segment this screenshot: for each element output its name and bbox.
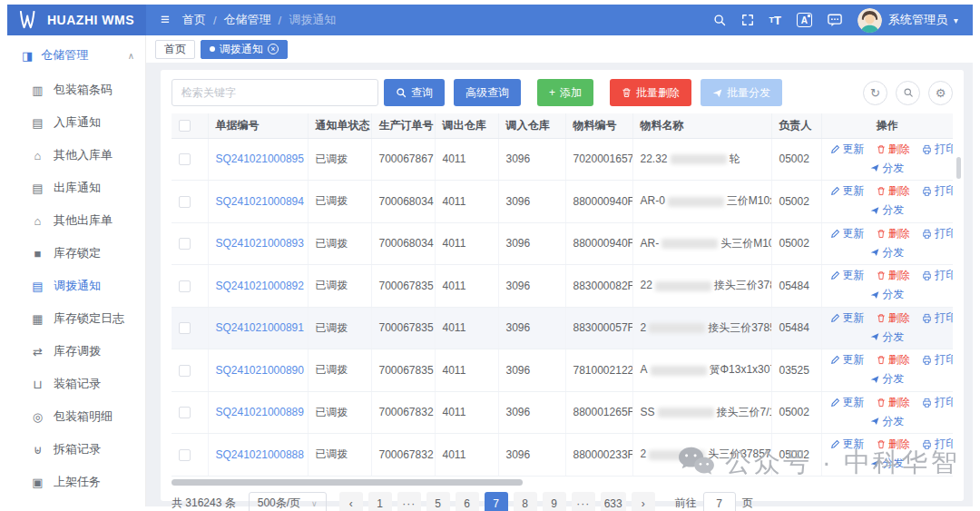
dispatch-link[interactable]: 分发	[870, 160, 904, 177]
delete-link[interactable]: 删除	[877, 141, 910, 158]
sidebar-item-icon: ⌂	[31, 149, 44, 162]
page-button[interactable]: 9	[543, 492, 566, 511]
prev-page-button[interactable]: ‹	[339, 492, 363, 511]
update-link[interactable]: 更新	[830, 225, 865, 242]
print-link[interactable]: 打印	[922, 310, 953, 327]
sidebar-collapse-icon[interactable]: ≡	[161, 11, 170, 29]
page-button[interactable]: ···	[397, 492, 421, 511]
page-button[interactable]: ···	[572, 492, 595, 511]
update-link[interactable]: 更新	[830, 267, 865, 284]
breadcrumb-item-home[interactable]: 首页	[182, 12, 206, 28]
batch-delete-button[interactable]: 批量删除	[610, 79, 691, 106]
batch-dispatch-button[interactable]: 批量分发	[701, 79, 782, 106]
page-button[interactable]: 6	[456, 492, 479, 511]
dispatch-link[interactable]: 分发	[870, 201, 904, 219]
doc-no-link[interactable]: SQ241021000889	[216, 406, 304, 418]
sidebar-item-icon: ▣	[31, 476, 44, 489]
dispatch-link[interactable]: 分发	[870, 244, 904, 261]
delete-link[interactable]: 删除	[877, 182, 910, 200]
search-icon[interactable]	[713, 14, 726, 26]
doc-no-link[interactable]: SQ241021000890	[216, 364, 304, 377]
select-all-checkbox[interactable]	[179, 120, 191, 132]
update-link[interactable]: 更新	[830, 351, 865, 369]
advanced-query-button[interactable]: 高级查询	[454, 79, 521, 106]
sidebar-item[interactable]: ▤ 出库通知	[7, 172, 145, 204]
row-checkbox[interactable]	[179, 322, 191, 334]
delete-link[interactable]: 删除	[877, 225, 910, 242]
doc-no-link[interactable]: SQ241021000888	[216, 448, 304, 461]
delete-link[interactable]: 删除	[877, 267, 910, 284]
sidebar-item[interactable]: ▣ 上架任务	[7, 466, 145, 498]
sidebar-item[interactable]: ⊔ 装箱记录	[7, 368, 145, 400]
delete-link[interactable]: 删除	[877, 310, 910, 327]
user-menu[interactable]: 系统管理员 ▾	[858, 8, 958, 33]
dispatch-link[interactable]: 分发	[870, 370, 904, 388]
doc-no-link[interactable]: SQ241021000892	[216, 280, 304, 292]
translate-icon[interactable]: A	[797, 13, 812, 27]
row-checkbox[interactable]	[179, 196, 191, 208]
column-search-button[interactable]	[896, 81, 920, 105]
vertical-scrollbar-thumb[interactable]	[956, 157, 961, 179]
font-size-icon[interactable]: TT	[769, 15, 781, 26]
search-input[interactable]	[172, 79, 378, 106]
sidebar-item[interactable]: ▥ 包装箱条码	[7, 74, 145, 106]
row-checkbox[interactable]	[179, 280, 191, 292]
tab-home[interactable]: 首页	[155, 40, 195, 59]
message-icon[interactable]	[828, 14, 842, 27]
update-link[interactable]: 更新	[830, 141, 865, 158]
sidebar-item[interactable]: ⊞ 上架单	[7, 498, 145, 506]
sidebar-item[interactable]: ▤ 调拨通知	[7, 270, 145, 302]
print-link[interactable]: 打印	[922, 351, 953, 369]
row-checkbox[interactable]	[179, 153, 191, 165]
sidebar-item[interactable]: ⊎ 拆箱记录	[7, 433, 145, 466]
tab-close-icon[interactable]	[268, 44, 279, 54]
update-link[interactable]: 更新	[830, 394, 865, 411]
row-checkbox[interactable]	[179, 238, 191, 250]
doc-no-link[interactable]: SQ241021000895	[216, 152, 304, 165]
row-checkbox[interactable]	[179, 407, 191, 418]
refresh-button[interactable]: ↻	[863, 81, 887, 105]
print-link[interactable]: 打印	[922, 141, 953, 158]
doc-no-link[interactable]: SQ241021000891	[216, 321, 304, 334]
tab-transfer-notice[interactable]: 调拨通知	[201, 40, 288, 59]
row-checkbox[interactable]	[179, 449, 191, 461]
print-link[interactable]: 打印	[922, 182, 953, 200]
dispatch-link[interactable]: 分发	[870, 329, 904, 346]
page-button[interactable]: 633	[601, 492, 626, 511]
page-button[interactable]: 1	[368, 492, 392, 511]
page-button[interactable]: 8	[514, 492, 537, 511]
dispatch-link[interactable]: 分发	[870, 413, 904, 430]
page-button[interactable]: 7	[485, 492, 508, 511]
horizontal-scrollbar-thumb[interactable]	[172, 479, 523, 486]
delete-link[interactable]: 删除	[877, 394, 910, 411]
page-size-select[interactable]: 500条/页 ∨	[249, 492, 327, 511]
app-logo[interactable]: HUAZHI WMS	[7, 5, 146, 35]
print-link[interactable]: 打印	[922, 225, 953, 242]
dispatch-link[interactable]: 分发	[870, 286, 904, 303]
doc-no-link[interactable]: SQ241021000893	[216, 237, 304, 250]
sidebar-item[interactable]: ⇄ 库存调拨	[7, 335, 145, 368]
goto-input[interactable]	[703, 492, 736, 511]
sidebar-item[interactable]: ◎ 包装箱明细	[7, 400, 145, 433]
sidebar-section-warehouse[interactable]: ◨ 仓储管理 ∧	[7, 35, 145, 74]
breadcrumb-item-section[interactable]: 仓储管理	[224, 12, 271, 28]
settings-button[interactable]: ⚙	[928, 81, 953, 105]
delete-link[interactable]: 删除	[877, 351, 910, 369]
print-link[interactable]: 打印	[922, 267, 953, 284]
page-button[interactable]: 5	[426, 492, 450, 511]
sidebar-item[interactable]: ⌂ 其他出库单	[7, 204, 145, 237]
doc-no-link[interactable]: SQ241021000894	[216, 195, 304, 208]
update-link[interactable]: 更新	[830, 310, 865, 327]
add-button[interactable]: + 添加	[537, 79, 593, 106]
sidebar-item[interactable]: ⌂ 其他入库单	[7, 139, 145, 172]
query-button[interactable]: 查询	[384, 79, 445, 106]
sidebar-item[interactable]: ■ 库存锁定	[7, 237, 145, 270]
sidebar-item-icon: ⊔	[31, 378, 44, 391]
sidebar-item[interactable]: ▦ 库存锁定日志	[7, 302, 145, 335]
print-link[interactable]: 打印	[922, 394, 953, 411]
sidebar-item[interactable]: ▤ 入库通知	[7, 106, 145, 139]
update-link[interactable]: 更新	[830, 182, 865, 200]
next-page-button[interactable]: ›	[632, 492, 655, 511]
row-checkbox[interactable]	[179, 365, 191, 377]
fullscreen-icon[interactable]	[741, 14, 754, 26]
